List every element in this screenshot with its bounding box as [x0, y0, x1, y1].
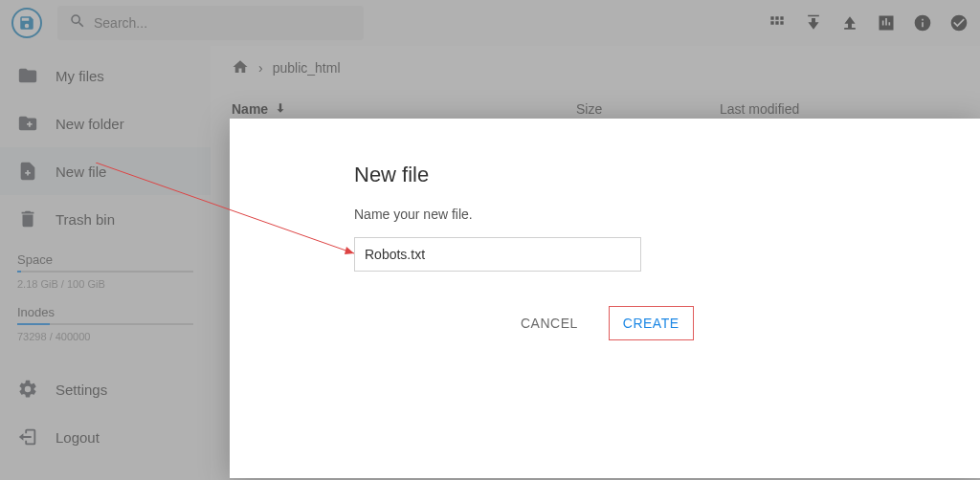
dialog-title: New file: [354, 163, 856, 187]
app-root: My files New folder New file Trash bin S…: [0, 0, 980, 480]
filename-input[interactable]: [354, 237, 641, 272]
cancel-button[interactable]: CANCEL: [507, 306, 591, 340]
create-button[interactable]: CREATE: [609, 306, 694, 340]
dialog-actions: CANCEL CREATE: [507, 306, 856, 340]
new-file-dialog: New file Name your new file. CANCEL CREA…: [230, 119, 980, 478]
dialog-prompt: Name your new file.: [354, 207, 856, 222]
